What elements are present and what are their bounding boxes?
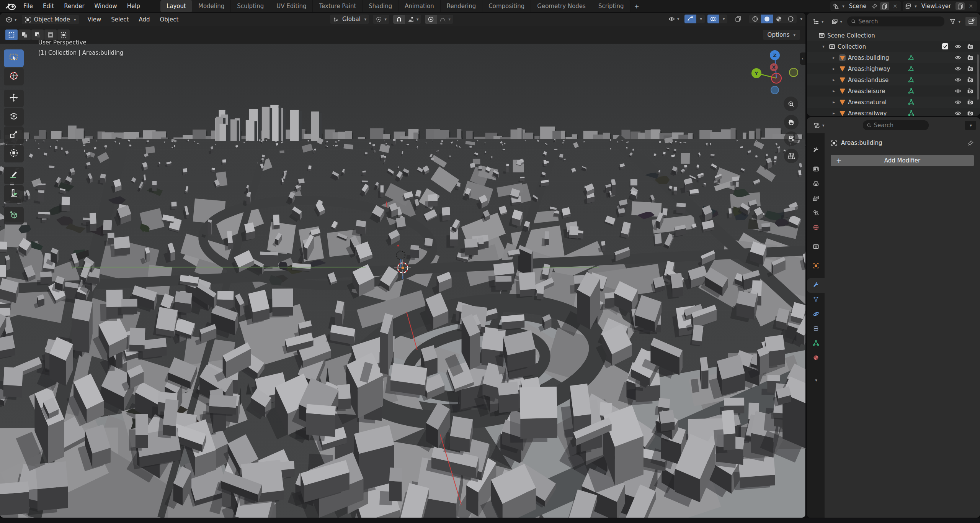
- expander-icon[interactable]: ▸: [831, 77, 837, 82]
- disable-in-renders-camera-icon[interactable]: [967, 110, 973, 116]
- editor-type-button[interactable]: ▾: [3, 15, 20, 24]
- workspace-tab-uv-editing[interactable]: UV Editing: [270, 0, 313, 12]
- props-tab-collection[interactable]: [807, 240, 825, 254]
- outliner-filter-button[interactable]: ▾: [947, 17, 963, 26]
- collection-checkbox[interactable]: [942, 43, 948, 49]
- expander-icon[interactable]: ▸: [831, 100, 837, 105]
- workspace-tab-geometry-nodes[interactable]: Geometry Nodes: [531, 0, 592, 12]
- overlays-toggle[interactable]: [707, 15, 719, 23]
- hide-in-viewport-eye-icon[interactable]: [955, 66, 961, 72]
- gizmos-toggle[interactable]: [684, 15, 696, 23]
- props-tab-physics[interactable]: [807, 307, 825, 322]
- outliner-editor-type-button[interactable]: ▾: [810, 17, 826, 26]
- tool-move-button[interactable]: [4, 90, 24, 107]
- expander-icon[interactable]: ▸: [831, 89, 837, 93]
- workspace-tab-animation[interactable]: Animation: [399, 0, 440, 12]
- gizmo-axis-x[interactable]: X: [770, 63, 778, 71]
- outliner-scrollbar[interactable]: [977, 54, 979, 100]
- mode-dropdown[interactable]: Object Mode ▾: [22, 15, 79, 24]
- hide-in-viewport-eye-icon[interactable]: [955, 77, 961, 83]
- view-layer-selector[interactable]: ▾ ViewLayer ✕: [903, 1, 977, 11]
- hide-in-viewport-eye-icon[interactable]: [955, 43, 961, 50]
- transform-orientation-dropdown[interactable]: Global ▾: [330, 15, 369, 24]
- disable-in-renders-camera-icon[interactable]: [967, 54, 973, 61]
- new-collection-button[interactable]: [965, 17, 977, 26]
- add-modifier-button[interactable]: + Add Modifier: [831, 155, 974, 166]
- menu-edit[interactable]: Edit: [38, 2, 59, 11]
- hide-in-viewport-eye-icon[interactable]: [955, 54, 961, 61]
- props-tab-viewlayer[interactable]: [807, 192, 825, 206]
- props-tab-world[interactable]: [807, 221, 825, 235]
- workspace-tab-sculpting[interactable]: Sculpting: [231, 0, 270, 12]
- pivot-point-dropdown[interactable]: ▾: [373, 15, 389, 24]
- tool-rotate-button[interactable]: [4, 108, 24, 126]
- gizmo-axis-x-neg[interactable]: [771, 73, 782, 84]
- tool-select-box-button[interactable]: [4, 49, 24, 67]
- menu-window[interactable]: Window: [90, 2, 122, 11]
- gizmo-axis-z-neg[interactable]: [771, 86, 779, 94]
- viewport-menu-select[interactable]: Select: [106, 15, 134, 24]
- props-tab-render[interactable]: [807, 162, 825, 177]
- hide-in-viewport-eye-icon[interactable]: [955, 99, 961, 105]
- viewport-menu-view[interactable]: View: [83, 15, 106, 24]
- options-button[interactable]: Options ▾: [763, 30, 800, 40]
- shading-wireframe-button[interactable]: [749, 15, 761, 23]
- outliner-row[interactable]: ▸Areas:leisure: [807, 85, 980, 97]
- outliner-search[interactable]: [847, 16, 944, 26]
- properties-options-button[interactable]: ▾: [965, 121, 976, 130]
- outliner-row[interactable]: Scene Collection: [807, 30, 980, 41]
- workspace-tab-layout[interactable]: Layout: [160, 0, 192, 12]
- expander-icon[interactable]: ▸: [831, 66, 837, 71]
- snap-toggle[interactable]: [393, 15, 405, 24]
- shading-material-button[interactable]: [773, 15, 785, 23]
- gizmo-axis-z[interactable]: Z: [770, 50, 780, 60]
- new-view-layer-button[interactable]: [956, 2, 965, 10]
- gizmos-dropdown[interactable]: ▾: [696, 15, 705, 23]
- props-tab-scene[interactable]: [807, 206, 825, 221]
- viewport-menu-object[interactable]: Object: [155, 15, 184, 24]
- tool-cursor-button[interactable]: [4, 68, 24, 85]
- tool-measure-button[interactable]: [4, 185, 24, 203]
- props-tab-constraints[interactable]: [807, 322, 825, 336]
- workspace-tab-shading[interactable]: Shading: [363, 0, 399, 12]
- snap-settings-dropdown[interactable]: ▾: [405, 15, 421, 24]
- workspace-tab-compositing[interactable]: Compositing: [482, 0, 531, 12]
- outliner-row[interactable]: ▸Areas:natural: [807, 97, 980, 108]
- workspace-tab-rendering[interactable]: Rendering: [441, 0, 483, 12]
- overlays-dropdown[interactable]: ▾: [719, 15, 728, 23]
- add-workspace-button[interactable]: +: [630, 3, 643, 10]
- props-tab-particles[interactable]: [807, 293, 825, 307]
- disable-in-renders-camera-icon[interactable]: [967, 88, 973, 94]
- menu-render[interactable]: Render: [59, 2, 89, 11]
- sidebar-collapse-arrow[interactable]: ‹: [800, 52, 805, 65]
- select-mode-extend-button[interactable]: [18, 30, 31, 40]
- props-tab-output[interactable]: [807, 177, 825, 192]
- outliner-row[interactable]: ▸Areas:landuse: [807, 74, 980, 85]
- expander-icon[interactable]: ▸: [831, 55, 837, 60]
- disable-in-renders-camera-icon[interactable]: [967, 66, 973, 72]
- workspace-tab-texture-paint[interactable]: Texture Paint: [313, 0, 363, 12]
- properties-search-input[interactable]: [874, 122, 925, 129]
- gizmo-axis-y-neg[interactable]: [789, 68, 798, 77]
- expander-icon[interactable]: ▾: [820, 44, 826, 49]
- unlink-scene-icon[interactable]: ✕: [892, 3, 899, 9]
- select-mode-set-button[interactable]: [5, 30, 18, 40]
- new-scene-button[interactable]: [880, 2, 889, 10]
- camera-view-button[interactable]: [784, 131, 799, 146]
- props-tab-tool[interactable]: [807, 143, 825, 158]
- outliner-row[interactable]: ▸Areas:railway: [807, 108, 980, 116]
- tool-annotate-button[interactable]: [4, 167, 24, 184]
- menu-help[interactable]: Help: [122, 2, 145, 11]
- workspace-tab-modeling[interactable]: Modeling: [192, 0, 231, 12]
- shading-solid-button[interactable]: [761, 15, 773, 23]
- hide-in-viewport-eye-icon[interactable]: [955, 88, 961, 94]
- disable-in-renders-camera-icon[interactable]: [967, 43, 973, 50]
- disable-in-renders-camera-icon[interactable]: [967, 99, 973, 105]
- scene-selector[interactable]: ▾ Scene ✕: [830, 1, 901, 11]
- props-tab-object[interactable]: [807, 259, 825, 274]
- outliner-search-input[interactable]: [858, 18, 941, 25]
- shading-dropdown[interactable]: ▾: [800, 16, 802, 21]
- outliner-display-mode-button[interactable]: ▾: [829, 17, 845, 26]
- pan-button[interactable]: [784, 115, 799, 130]
- expander-icon[interactable]: ▸: [831, 111, 837, 116]
